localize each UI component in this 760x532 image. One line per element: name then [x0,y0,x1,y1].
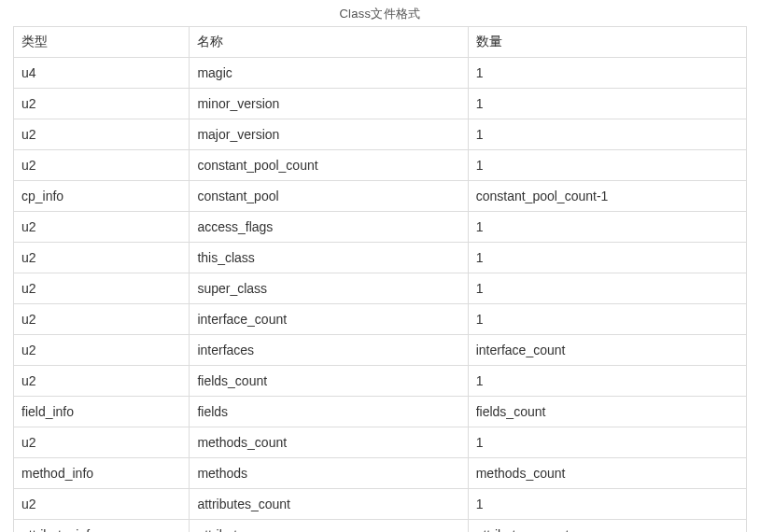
cell-type: u2 [14,273,190,304]
cell-quantity: 1 [468,89,746,119]
table-row: u2interface_count1 [14,304,747,335]
cell-type: u2 [14,335,190,366]
cell-type: cp_info [14,181,190,212]
header-quantity: 数量 [468,27,746,58]
table-row: u2this_class1 [14,243,747,273]
cell-name: methods [190,458,468,489]
cell-type: field_info [14,397,190,427]
table-row: u4magic1 [14,58,747,89]
cell-name: super_class [190,273,468,304]
cell-type: u2 [14,89,190,119]
header-name: 名称 [190,27,468,58]
cell-type: u2 [14,489,190,520]
cell-type: u4 [14,58,190,89]
table-row: u2minor_version1 [14,89,747,119]
cell-quantity: interface_count [468,335,746,366]
cell-name: magic [190,58,468,89]
cell-quantity: 1 [468,273,746,304]
cell-quantity: attributes_count [468,520,746,533]
cell-name: constant_pool_count [190,150,468,181]
cell-name: constant_pool [190,181,468,212]
cell-name: fields [190,397,468,427]
cell-type: u2 [14,366,190,397]
cell-name: interfaces [190,335,468,366]
cell-quantity: 1 [468,427,746,458]
class-file-format-table: 类型 名称 数量 u4magic1u2minor_version1u2major… [13,26,747,532]
cell-quantity: fields_count [468,397,746,427]
table-row: u2attributes_count1 [14,489,747,520]
table-header-row: 类型 名称 数量 [14,27,747,58]
cell-type: method_info [14,458,190,489]
table-row: attribute_infoattributesattributes_count [14,520,747,533]
cell-quantity: 1 [468,304,746,335]
cell-quantity: methods_count [468,458,746,489]
table-caption: Class文件格式 [13,6,747,22]
cell-type: u2 [14,212,190,243]
table-row: u2access_flags1 [14,212,747,243]
table-row: u2super_class1 [14,273,747,304]
cell-type: u2 [14,427,190,458]
cell-name: fields_count [190,366,468,397]
table-row: u2major_version1 [14,119,747,150]
cell-name: access_flags [190,212,468,243]
table-row: method_infomethodsmethods_count [14,458,747,489]
cell-type: u2 [14,304,190,335]
cell-quantity: 1 [468,58,746,89]
cell-name: this_class [190,243,468,273]
cell-quantity: constant_pool_count-1 [468,181,746,212]
table-row: u2interfacesinterface_count [14,335,747,366]
cell-quantity: 1 [468,366,746,397]
cell-type: u2 [14,243,190,273]
cell-name: attributes [190,520,468,533]
table-row: u2constant_pool_count1 [14,150,747,181]
cell-quantity: 1 [468,150,746,181]
cell-name: attributes_count [190,489,468,520]
cell-type: u2 [14,119,190,150]
cell-name: minor_version [190,89,468,119]
table-row: cp_infoconstant_poolconstant_pool_count-… [14,181,747,212]
header-type: 类型 [14,27,190,58]
cell-quantity: 1 [468,489,746,520]
table-row: u2methods_count1 [14,427,747,458]
table-row: field_infofieldsfields_count [14,397,747,427]
cell-quantity: 1 [468,119,746,150]
cell-type: u2 [14,150,190,181]
table-row: u2fields_count1 [14,366,747,397]
cell-quantity: 1 [468,212,746,243]
cell-name: interface_count [190,304,468,335]
cell-type: attribute_info [14,520,190,533]
cell-name: major_version [190,119,468,150]
cell-name: methods_count [190,427,468,458]
cell-quantity: 1 [468,243,746,273]
